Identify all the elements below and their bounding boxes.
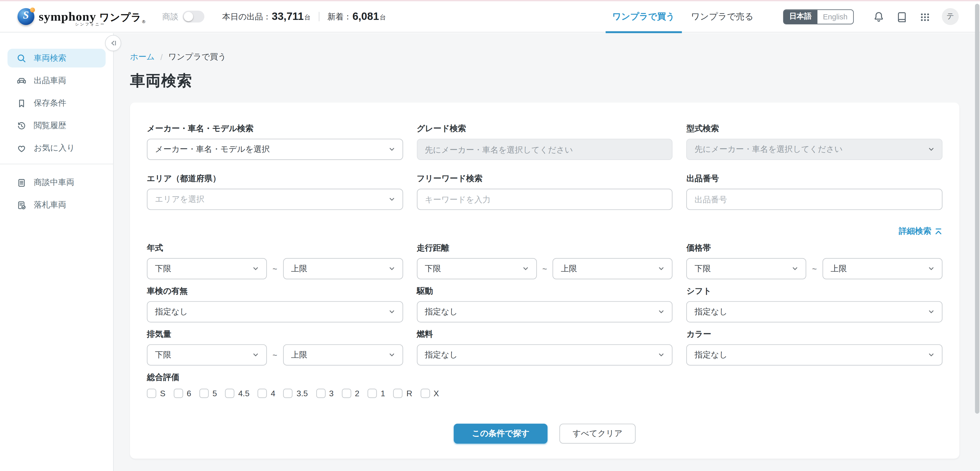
sidebar: 車両検索 出品車両 保存条件: [0, 33, 114, 471]
price-upper-select[interactable]: 上限: [822, 258, 942, 279]
rating-checkbox[interactable]: [316, 388, 325, 398]
rating-option-label: 3: [329, 388, 334, 398]
heart-icon: [16, 143, 27, 154]
rating-checkbox[interactable]: [393, 388, 403, 398]
today-listings-unit: 台: [304, 13, 310, 23]
chevron-down-icon: [251, 264, 261, 274]
sidebar-item-saved-conditions[interactable]: 保存条件: [7, 94, 105, 112]
rating-checkbox[interactable]: [342, 388, 351, 398]
apps-grid-icon[interactable]: [919, 10, 931, 23]
rating-option-5: 5: [199, 388, 217, 398]
clear-all-button[interactable]: すべてクリア: [559, 423, 635, 444]
year-upper-select[interactable]: 上限: [283, 258, 403, 279]
brand-logo[interactable]: S symphony シンフォニー ワンプラ ®: [18, 8, 145, 25]
grade-label: グレード検索: [417, 123, 673, 134]
year-upper-value: 上限: [291, 263, 307, 274]
detail-search-toggle[interactable]: 詳細検索: [899, 226, 942, 237]
history-icon: [16, 120, 27, 131]
sidebar-collapse-button[interactable]: [105, 35, 121, 51]
tab-buy[interactable]: ワンプラで買う: [605, 1, 682, 32]
color-select[interactable]: 指定なし: [687, 344, 942, 365]
rating-option-6: 6: [173, 388, 191, 398]
breadcrumb-home-link[interactable]: ホーム: [130, 51, 155, 62]
fuel-select[interactable]: 指定なし: [417, 344, 673, 365]
rating-option-label: 1: [380, 388, 385, 398]
keyword-input[interactable]: [417, 189, 673, 210]
listing-number-input[interactable]: [687, 189, 942, 210]
sidebar-item-listed-vehicles[interactable]: 出品車両: [7, 71, 105, 90]
tab-sell[interactable]: ワンプラで売る: [684, 1, 760, 32]
rating-checkbox[interactable]: [420, 388, 430, 398]
chevron-down-icon: [520, 264, 530, 274]
sidebar-item-favorites[interactable]: お気に入り: [7, 139, 105, 158]
sidebar-item-browsing-history[interactable]: 閲覧履歴: [7, 116, 105, 135]
rating-checkbox[interactable]: [147, 388, 156, 398]
rating-option-s: S: [147, 388, 165, 398]
logo-brand: ワンプラ: [99, 11, 142, 24]
negotiation-toggle[interactable]: [183, 11, 205, 23]
year-lower-select[interactable]: 下限: [147, 258, 267, 279]
new-listings-value: 6,081: [352, 10, 379, 23]
displacement-upper-select[interactable]: 上限: [283, 344, 403, 365]
range-separator: ~: [542, 264, 547, 274]
year-lower-value: 下限: [155, 263, 171, 274]
main-content: ホーム / ワンプラで買う 車両検索 メーカー・車名・モデル検索 メーカー・車名…: [114, 33, 980, 471]
area-select[interactable]: エリアを選択: [147, 189, 403, 210]
mileage-field-group: 走行距離 下限 ~ 上限: [417, 242, 673, 279]
drive-select[interactable]: 指定なし: [417, 301, 673, 322]
displacement-lower-select[interactable]: 下限: [147, 344, 267, 365]
year-field-group: 年式 下限 ~ 上限: [147, 242, 403, 279]
inspection-select[interactable]: 指定なし: [147, 301, 403, 322]
sidebar-item-vehicle-search[interactable]: 車両検索: [7, 49, 105, 67]
maker-field-group: メーカー・車名・モデル検索 メーカー・車名・モデルを選択: [147, 123, 403, 160]
model-code-select[interactable]: 先にメーカー・車名を選択してください: [687, 139, 942, 160]
document-icon: [16, 177, 27, 188]
search-button[interactable]: この条件で探す: [454, 423, 548, 444]
logo-text: symphony シンフォニー ワンプラ ®: [39, 9, 145, 24]
bookmark-icon: [16, 98, 27, 108]
mileage-lower-select[interactable]: 下限: [417, 258, 537, 279]
language-english[interactable]: English: [817, 10, 853, 24]
model-code-label: 型式検索: [687, 123, 942, 134]
detail-search-label: 詳細検索: [899, 226, 931, 237]
sidebar-item-won-vehicles[interactable]: 落札車両: [7, 196, 105, 214]
rating-checkbox[interactable]: [173, 388, 183, 398]
rating-option-label: 3.5: [297, 388, 308, 398]
model-code-placeholder: 先にメーカー・車名を選択してください: [695, 144, 843, 155]
keyword-field-group: フリーワード検索: [417, 173, 673, 210]
mileage-upper-value: 上限: [561, 263, 577, 274]
range-separator: ~: [272, 264, 277, 274]
rating-checkbox[interactable]: [258, 388, 267, 398]
guide-book-icon[interactable]: [896, 10, 908, 23]
chevron-down-icon: [926, 350, 936, 360]
rating-checkbox[interactable]: [199, 388, 209, 398]
shift-select[interactable]: 指定なし: [687, 301, 942, 322]
mileage-upper-select[interactable]: 上限: [553, 258, 673, 279]
rating-checkbox[interactable]: [368, 388, 377, 398]
rating-label: 総合評価: [147, 372, 943, 383]
keyword-label: フリーワード検索: [417, 173, 673, 184]
rating-checkbox[interactable]: [283, 388, 293, 398]
bell-icon[interactable]: [873, 10, 885, 23]
grade-input[interactable]: [417, 139, 673, 160]
mileage-label: 走行距離: [417, 242, 673, 254]
rating-checkbox[interactable]: [225, 388, 234, 398]
area-label: エリア（都道府県）: [147, 173, 403, 184]
body-row: 車両検索 出品車両 保存条件: [0, 33, 980, 471]
sidebar-item-label: 落札車両: [34, 199, 66, 210]
sidebar-item-negotiating-vehicles[interactable]: 商談中車両: [7, 173, 105, 192]
rating-option-label: 4.5: [238, 388, 249, 398]
page-title: 車両検索: [130, 71, 959, 91]
maker-select[interactable]: メーカー・車名・モデルを選択: [147, 139, 403, 160]
scrollbar-thumb[interactable]: [975, 4, 979, 414]
inspection-field-group: 車検の有無 指定なし: [147, 285, 403, 322]
inspection-value: 指定なし: [155, 306, 188, 317]
rating-option-3-5: 3.5: [283, 388, 308, 398]
user-avatar[interactable]: テ: [942, 8, 959, 25]
fuel-label: 燃料: [417, 329, 673, 340]
chevron-down-icon: [387, 307, 396, 317]
rating-option-label: 6: [186, 388, 191, 398]
language-japanese[interactable]: 日本語: [783, 10, 817, 24]
new-listings-unit: 台: [380, 13, 386, 23]
price-lower-select[interactable]: 下限: [687, 258, 807, 279]
